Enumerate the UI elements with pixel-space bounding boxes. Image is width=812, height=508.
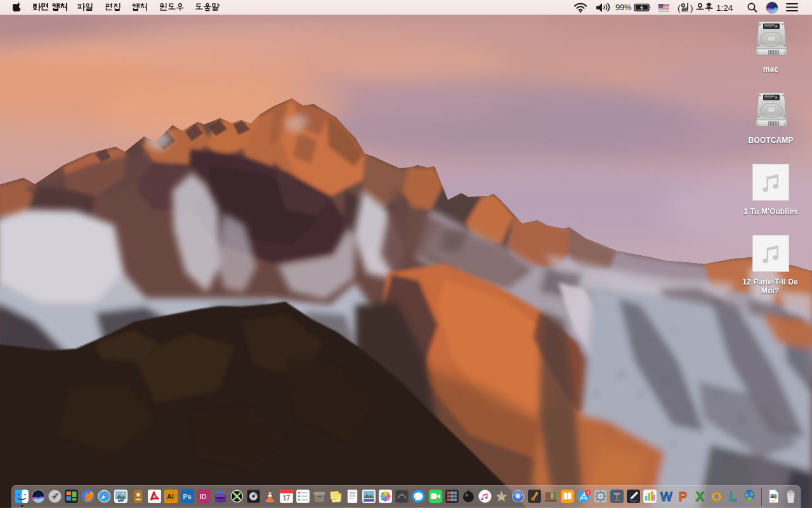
svg-text:Ps: Ps xyxy=(183,493,191,500)
svg-text:1:24: 1:24 xyxy=(716,3,733,13)
svg-text:): ) xyxy=(690,3,693,13)
svg-text:(: ( xyxy=(678,3,681,13)
svg-text:PDF: PDF xyxy=(771,500,776,502)
svg-text:O: O xyxy=(711,490,721,503)
svg-text:P: P xyxy=(679,490,687,503)
svg-text:Ai: Ai xyxy=(167,493,174,500)
svg-text:17: 17 xyxy=(283,495,291,502)
svg-text:4: 4 xyxy=(587,490,589,495)
svg-text:X: X xyxy=(695,490,704,503)
svg-text:ID: ID xyxy=(199,493,206,500)
svg-text:L: L xyxy=(729,490,737,503)
svg-text:W: W xyxy=(660,490,672,503)
